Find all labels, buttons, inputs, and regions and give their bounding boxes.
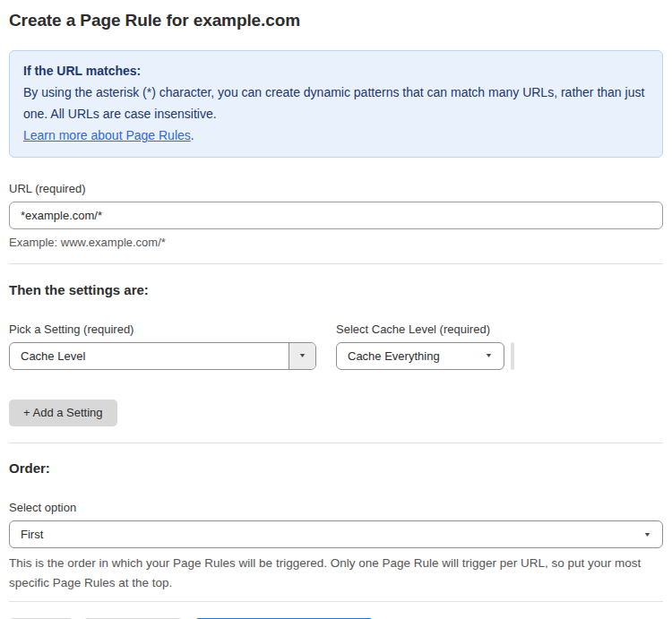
section-divider — [9, 443, 663, 443]
order-select-value: First — [10, 521, 643, 547]
cache-level-label: Select Cache Level (required) — [336, 322, 514, 336]
setting-picker-column: Pick a Setting (required) Cache Level ▼ — [9, 298, 336, 370]
setting-picker-arrow-segment[interactable]: ▼ — [289, 343, 315, 369]
info-box-body: By using the asterisk (*) character, you… — [23, 82, 649, 125]
chevron-down-icon: ▼ — [643, 531, 651, 537]
url-match-info-box: If the URL matches: By using the asteris… — [9, 50, 663, 158]
cache-level-column: Select Cache Level (required) Cache Ever… — [336, 298, 514, 370]
url-input[interactable] — [9, 202, 663, 229]
add-setting-button[interactable]: + Add a Setting — [9, 400, 117, 426]
link-suffix: . — [191, 128, 194, 142]
order-select-dropdown[interactable]: First ▼ — [9, 520, 663, 548]
setting-picker-value: Cache Level — [10, 343, 289, 369]
setting-picker-dropdown[interactable]: Cache Level ▼ — [9, 342, 316, 370]
learn-more-link[interactable]: Learn more about Page Rules — [23, 128, 191, 142]
info-box-link-line: Learn more about Page Rules. — [23, 125, 649, 146]
page-title: Create a Page Rule for example.com — [9, 10, 663, 30]
setting-picker-label: Pick a Setting (required) — [9, 322, 336, 336]
url-field-label: URL (required) — [9, 182, 663, 195]
section-divider — [9, 263, 663, 264]
setting-row-divider — [511, 342, 514, 370]
order-heading: Order: — [9, 460, 663, 477]
footer-divider — [9, 601, 663, 602]
url-example-hint: Example: www.example.com/* — [9, 236, 663, 249]
settings-heading: Then the settings are: — [9, 282, 663, 298]
order-help-text: This is the order in which your Page Rul… — [9, 554, 647, 593]
info-box-heading: If the URL matches: — [23, 60, 649, 82]
chevron-down-icon: ▼ — [298, 353, 306, 359]
chevron-down-icon: ▼ — [485, 353, 493, 359]
setting-row: Pick a Setting (required) Cache Level ▼ … — [9, 298, 663, 370]
cache-level-dropdown[interactable]: Cache Everything ▼ — [336, 342, 504, 370]
page-rule-form: Create a Page Rule for example.com If th… — [0, 0, 672, 619]
order-select-label: Select option — [9, 501, 663, 514]
cache-level-arrow: ▼ — [485, 343, 504, 369]
cache-level-inner: Select Cache Level (required) Cache Ever… — [336, 298, 514, 370]
cache-level-value: Cache Everything — [337, 343, 485, 369]
order-select-arrow: ▼ — [643, 521, 662, 547]
cache-level-row: Cache Everything ▼ — [336, 342, 514, 370]
